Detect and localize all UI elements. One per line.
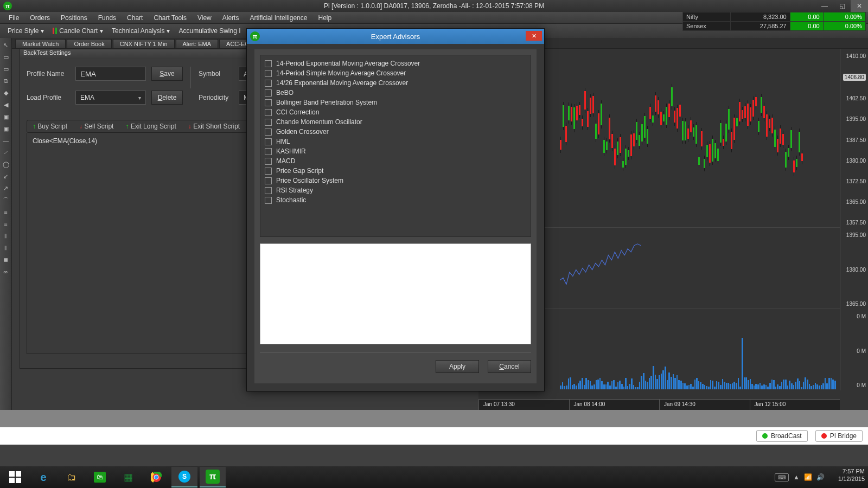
advisor-label: 14-Period Exponential Moving Average Cro…: [276, 60, 420, 67]
advisor-checkbox[interactable]: [265, 70, 272, 77]
advisor-label: BeBO: [276, 89, 293, 97]
advisor-preview: [260, 243, 531, 344]
advisor-label: Bollinger Band Penetration System: [276, 99, 377, 106]
advisor-item[interactable]: Bollinger Band Penetration System: [264, 98, 527, 107]
excel-icon[interactable]: ▦: [115, 467, 141, 487]
keyboard-icon[interactable]: ⌨: [775, 473, 789, 481]
green-dot-icon: [762, 433, 768, 439]
advisor-item[interactable]: Stochastic: [264, 195, 527, 205]
advisor-item[interactable]: 14-Period Exponential Moving Average Cro…: [264, 59, 527, 68]
chrome-icon[interactable]: [143, 467, 169, 487]
advisor-label: MACD: [276, 157, 295, 165]
ie-icon[interactable]: e: [30, 467, 56, 487]
skype-icon[interactable]: S: [171, 467, 197, 487]
expert-advisors-dialog: π Expert Advisors ✕ 14-Period Exponentia…: [246, 28, 545, 391]
advisor-checkbox[interactable]: [265, 89, 272, 97]
advisor-item[interactable]: RSI Strategy: [264, 185, 527, 195]
gray-strip: [0, 445, 868, 466]
dialog-title: Expert Advisors: [247, 33, 544, 41]
advisor-label: Price Oscillator System: [276, 177, 343, 184]
advisor-checkbox[interactable]: [265, 129, 272, 136]
advisor-item[interactable]: Chande Momentum Oscillator: [264, 117, 527, 127]
status-bar: BroadCast PI Bridge: [0, 427, 868, 445]
windows-taskbar[interactable]: e 🗂 🛍 ▦ S π ⌨ ▲ 📶 🔊 7:57 PM 1/12/2015: [0, 466, 868, 488]
advisor-label: KASHMIR: [276, 147, 306, 155]
advisor-label: CCI Correction: [276, 108, 319, 116]
advisor-checkbox[interactable]: [265, 197, 272, 204]
advisor-label: Chande Momentum Oscillator: [276, 118, 362, 126]
svg-rect-0: [9, 471, 15, 477]
pi-app-icon[interactable]: π: [200, 467, 226, 487]
start-button[interactable]: [2, 467, 28, 487]
svg-rect-3: [16, 478, 21, 483]
advisor-checkbox[interactable]: [265, 158, 272, 165]
cancel-button[interactable]: Cancel: [488, 360, 531, 373]
advisor-item[interactable]: HML: [264, 137, 527, 146]
volume-icon[interactable]: 🔊: [816, 473, 825, 481]
advisor-label: 14/26 Exponential Moving Average Crossov…: [276, 79, 408, 87]
advisor-item[interactable]: 14-Period Simple Moving Average Crossove…: [264, 68, 527, 78]
advisor-label: HML: [276, 138, 290, 145]
tray-up-icon[interactable]: ▲: [793, 473, 800, 481]
wifi-icon[interactable]: 📶: [804, 473, 812, 481]
advisor-item[interactable]: Golden Crossover: [264, 127, 527, 137]
advisor-checkbox[interactable]: [265, 109, 272, 116]
pi-bridge-status[interactable]: PI Bridge: [815, 430, 863, 442]
explorer-icon[interactable]: 🗂: [59, 467, 85, 487]
advisor-checkbox[interactable]: [265, 99, 272, 106]
scroll-gutter: [0, 410, 868, 427]
advisor-item[interactable]: CCI Correction: [264, 107, 527, 117]
advisor-item[interactable]: Price Oscillator System: [264, 176, 527, 185]
advisor-label: RSI Strategy: [276, 187, 313, 194]
advisor-item[interactable]: KASHMIR: [264, 146, 527, 156]
advisor-checkbox[interactable]: [265, 168, 272, 175]
red-dot-icon: [821, 433, 827, 439]
broadcast-status[interactable]: BroadCast: [756, 430, 808, 442]
advisor-item[interactable]: Price Gap Script: [264, 166, 527, 176]
advisor-checkbox[interactable]: [265, 177, 272, 184]
advisor-checkbox[interactable]: [265, 148, 272, 155]
advisor-list[interactable]: 14-Period Exponential Moving Average Cro…: [260, 55, 531, 237]
advisor-label: Golden Crossover: [276, 128, 329, 136]
apply-button[interactable]: Apply: [436, 360, 479, 373]
advisor-item[interactable]: 14/26 Exponential Moving Average Crossov…: [264, 78, 527, 88]
advisor-label: Price Gap Script: [276, 167, 323, 175]
dialog-close-button[interactable]: ✕: [526, 31, 542, 41]
store-icon[interactable]: 🛍: [87, 467, 113, 487]
system-tray[interactable]: ⌨ ▲ 📶 🔊: [775, 466, 825, 488]
advisor-label: 14-Period Simple Moving Average Crossove…: [276, 69, 406, 77]
advisor-checkbox[interactable]: [265, 119, 272, 126]
taskbar-clock[interactable]: 7:57 PM 1/12/2015: [838, 467, 865, 483]
advisor-checkbox[interactable]: [265, 138, 272, 145]
advisor-checkbox[interactable]: [265, 80, 272, 87]
svg-rect-2: [9, 478, 15, 483]
advisor-label: Stochastic: [276, 196, 306, 204]
advisor-item[interactable]: BeBO: [264, 88, 527, 98]
svg-rect-1: [16, 471, 21, 477]
advisor-checkbox[interactable]: [265, 60, 272, 67]
advisor-item[interactable]: MACD: [264, 156, 527, 166]
advisor-checkbox[interactable]: [265, 187, 272, 194]
